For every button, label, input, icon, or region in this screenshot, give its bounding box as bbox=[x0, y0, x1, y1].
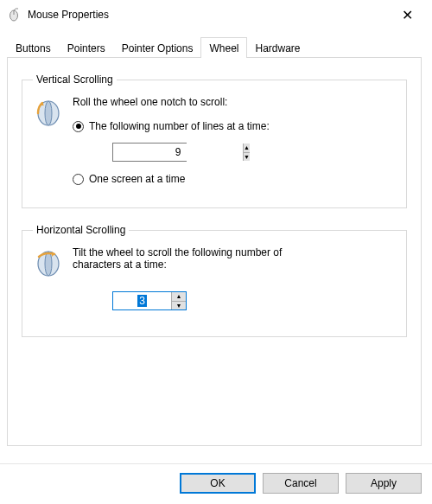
lines-spinner[interactable]: ▲ ▼ bbox=[112, 143, 187, 162]
radio-lines-input[interactable] bbox=[73, 121, 84, 132]
svg-point-3 bbox=[45, 101, 52, 125]
lines-spinner-value[interactable] bbox=[113, 144, 243, 161]
tab-buttons[interactable]: Buttons bbox=[7, 38, 60, 57]
close-icon: ✕ bbox=[402, 7, 413, 23]
wheel-vertical-icon bbox=[33, 98, 64, 129]
tab-wheel[interactable]: Wheel bbox=[200, 37, 247, 58]
horizontal-scrolling-group: Horizontal Scrolling Tilt the wheel to s… bbox=[22, 224, 407, 337]
content-area: Buttons Pointers Pointer Options Wheel H… bbox=[0, 29, 432, 463]
lines-spinner-arrows: ▲ ▼ bbox=[243, 144, 250, 161]
mouse-icon bbox=[7, 8, 21, 22]
chars-spinner[interactable]: 3 ▲ ▼ bbox=[112, 291, 187, 310]
vertical-scrolling-group: Vertical Scrolling Roll the wheel one no… bbox=[22, 73, 407, 208]
svg-point-6 bbox=[45, 252, 52, 276]
dialog-buttons: OK Cancel Apply bbox=[0, 464, 432, 504]
radio-lines[interactable]: The following number of lines at a time: bbox=[73, 120, 396, 132]
close-button[interactable]: ✕ bbox=[387, 2, 427, 28]
titlebar: Mouse Properties ✕ bbox=[0, 0, 432, 29]
tab-hardware[interactable]: Hardware bbox=[246, 38, 308, 57]
window-title: Mouse Properties bbox=[28, 9, 387, 21]
mouse-properties-window: Mouse Properties ✕ Buttons Pointers Poin… bbox=[0, 0, 432, 504]
wheel-panel: Vertical Scrolling Roll the wheel one no… bbox=[7, 57, 422, 446]
lines-spinner-down[interactable]: ▼ bbox=[244, 153, 250, 162]
horizontal-legend: Horizontal Scrolling bbox=[33, 224, 129, 236]
radio-lines-label: The following number of lines at a time: bbox=[89, 120, 270, 132]
ok-button[interactable]: OK bbox=[180, 473, 256, 494]
radio-screen-input[interactable] bbox=[73, 174, 84, 185]
wheel-horizontal-icon bbox=[33, 248, 64, 279]
chars-spinner-up[interactable]: ▲ bbox=[172, 292, 186, 302]
chars-spinner-down[interactable]: ▼ bbox=[172, 302, 186, 310]
vertical-desc: Roll the wheel one notch to scroll: bbox=[73, 96, 396, 108]
radio-screen[interactable]: One screen at a time bbox=[73, 173, 396, 185]
tab-strip: Buttons Pointers Pointer Options Wheel H… bbox=[7, 36, 422, 57]
tab-pointer-options[interactable]: Pointer Options bbox=[113, 38, 202, 57]
horizontal-desc: Tilt the wheel to scroll the following n… bbox=[73, 246, 332, 271]
vertical-legend: Vertical Scrolling bbox=[33, 73, 117, 86]
radio-screen-label: One screen at a time bbox=[89, 173, 185, 185]
chars-spinner-arrows: ▲ ▼ bbox=[171, 292, 186, 309]
lines-spinner-up[interactable]: ▲ bbox=[244, 144, 250, 153]
chars-spinner-value: 3 bbox=[137, 295, 147, 307]
apply-button[interactable]: Apply bbox=[346, 473, 422, 494]
chars-spinner-field[interactable]: 3 bbox=[113, 292, 171, 309]
cancel-button[interactable]: Cancel bbox=[263, 473, 339, 494]
tab-pointers[interactable]: Pointers bbox=[59, 38, 114, 57]
